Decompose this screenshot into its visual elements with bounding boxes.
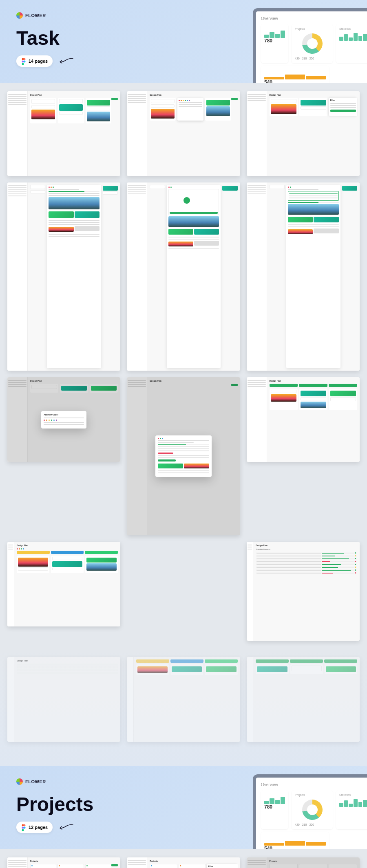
- thumb-task-detail-dropdown[interactable]: [247, 182, 360, 371]
- thumb-kanban-board[interactable]: Design Plan: [7, 91, 120, 176]
- thumb-task-detail-calendar[interactable]: [127, 182, 240, 371]
- svg-point-8: [24, 827, 26, 829]
- donut-chart-icon: [302, 800, 323, 820]
- task-gallery-faded: Design Plan: [0, 649, 367, 766]
- projects-section-header: FLOWER Projects 12 pages Overview 780 Pr…: [0, 766, 367, 849]
- brand-name: FLOWER: [25, 779, 46, 784]
- thumb-kanban-colored-cols[interactable]: Design Plan: [7, 542, 120, 626]
- thumb-add-project-modal[interactable]: Projects Add Project: [247, 857, 360, 868]
- pages-count: 12 pages: [29, 825, 48, 830]
- pages-count: 14 pages: [29, 59, 48, 64]
- thumb-task-detail[interactable]: [7, 182, 120, 371]
- figma-icon: [21, 58, 26, 64]
- thumb-faded-2[interactable]: [127, 657, 240, 742]
- thumb-projects-grid[interactable]: Projects: [7, 857, 120, 868]
- mini-stat-card-2: 540: [261, 832, 329, 849]
- tablet-preview: Overview 780 Projects 420210200 Statisti…: [253, 774, 367, 849]
- overview-label: Overview: [261, 16, 367, 21]
- svg-point-3: [24, 61, 26, 63]
- svg-point-6: [24, 824, 26, 826]
- brand-name: FLOWER: [25, 13, 46, 18]
- thumb-faded-3[interactable]: [247, 657, 360, 742]
- mini-projects-card: Projects 420 210 200: [292, 24, 333, 63]
- mini-stat-card: 780: [261, 24, 288, 63]
- add-label-dialog: Add New Label: [41, 411, 86, 429]
- donut-chart-icon: [302, 33, 323, 54]
- mini-projects-card: Projects 420210200: [292, 790, 333, 829]
- figma-icon: [21, 824, 26, 831]
- task-section-header: FLOWER Task 14 pages Overview 780 Projec…: [0, 0, 367, 83]
- mini-stat-card-2: 540: [261, 66, 329, 83]
- thumb-kanban-filter[interactable]: Design Plan Filter: [247, 91, 360, 176]
- svg-point-4: [22, 63, 24, 65]
- tablet-preview: Overview 780 Projects 420 210 200 Statis…: [253, 8, 367, 83]
- arrow-icon: [57, 57, 74, 65]
- projects-gallery: Projects Projects: [0, 849, 367, 868]
- flower-logo-icon: [16, 12, 23, 19]
- thumb-faded-1[interactable]: Design Plan: [7, 657, 120, 742]
- mini-stat-card: 780: [261, 790, 288, 829]
- thumb-projects-filter[interactable]: Projects Filter: [127, 857, 240, 868]
- figma-pages-badge[interactable]: 12 pages: [16, 822, 53, 833]
- task-gallery: Design Plan Design Plan: [0, 83, 367, 649]
- svg-point-9: [22, 829, 24, 831]
- add-button: [111, 98, 118, 100]
- mini-statistics-card: Statistics: [336, 24, 367, 63]
- svg-point-1: [24, 58, 26, 60]
- flower-logo-icon: [16, 778, 23, 785]
- mini-statistics-card: Statistics: [336, 790, 367, 829]
- arrow-icon: [57, 823, 74, 831]
- thumb-kanban-menu[interactable]: Design Plan: [127, 91, 240, 176]
- thumb-list-view[interactable]: Design Plan Template Progress: [247, 542, 360, 641]
- thumb-add-label-modal[interactable]: Design Plan Add New Label: [7, 377, 120, 462]
- figma-pages-badge[interactable]: 14 pages: [16, 55, 53, 67]
- thumb-task-detail-modal[interactable]: Design Plan: [127, 377, 240, 535]
- thumb-kanban-pills[interactable]: Design Plan: [247, 377, 360, 462]
